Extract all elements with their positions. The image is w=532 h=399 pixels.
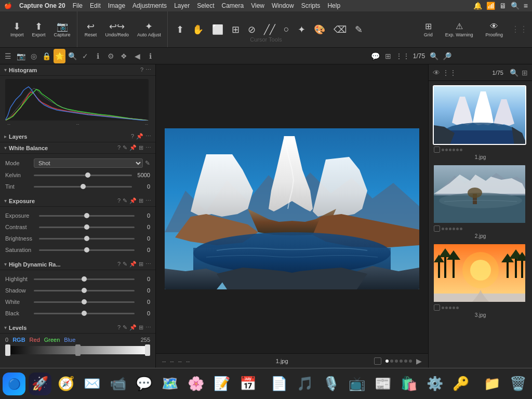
tab-metadata[interactable]: ℹ [92, 49, 104, 63]
bubble-button[interactable]: 💬 [369, 49, 381, 63]
levels-help[interactable]: ? [117, 324, 121, 331]
select-cursor-button[interactable]: ⬆ [173, 22, 187, 37]
menu-select[interactable]: Select [197, 2, 214, 9]
image-viewer[interactable] [156, 64, 428, 353]
reset-button[interactable]: ↩ Reset [82, 20, 100, 39]
layers-pin[interactable]: 📌 [136, 133, 143, 140]
exposure-section-header[interactable]: ▾ Exposure ? ✎ 📌 ⊞ ⋯ [0, 195, 155, 207]
filmstrip-columns-button[interactable]: ⋮⋮ [442, 69, 457, 77]
contrast-slider[interactable] [39, 223, 135, 231]
levels-red[interactable]: Red [30, 337, 40, 343]
dock-news[interactable]: 📰 [371, 373, 394, 395]
saturation-slider[interactable] [39, 246, 135, 254]
hdr-edit[interactable]: ✎ [123, 261, 127, 268]
menu-window[interactable]: Window [272, 2, 294, 9]
dock-music[interactable]: 🎵 [294, 373, 316, 395]
filmstrip-toggle[interactable]: ⊞ [382, 49, 394, 63]
viewer-prev-button[interactable]: ◀ [132, 49, 144, 63]
zoom-100-button[interactable]: 🔎 [441, 49, 453, 63]
filmstrip-eye-button[interactable]: 👁 [433, 69, 440, 77]
levels-edit[interactable]: ✎ [123, 324, 127, 331]
tab-adjustments[interactable]: 🌟 [54, 49, 65, 63]
exposure-menu[interactable]: ⋯ [145, 197, 151, 204]
menu-file[interactable]: File [73, 2, 83, 9]
levels-right-handle[interactable] [145, 344, 150, 356]
tab-lock[interactable]: 🔒 [41, 49, 52, 63]
menu-help[interactable]: Help [327, 2, 340, 9]
tab-batch[interactable]: ⚙ [105, 49, 117, 63]
hdr-menu[interactable]: ⋯ [145, 261, 151, 268]
proofing-button[interactable]: 👁 Proofing [481, 20, 507, 39]
filmstrip-search-button[interactable]: 🔍 [510, 69, 518, 77]
tint-slider[interactable] [34, 182, 132, 191]
levels-pin[interactable]: 📌 [129, 324, 137, 331]
levels-mode[interactable]: RGB [12, 337, 25, 343]
exposure-copy[interactable]: ⊞ [139, 197, 143, 204]
pan-cursor-button[interactable]: ✋ [189, 22, 207, 37]
menu-app[interactable]: Capture One 20 [19, 2, 65, 9]
levels-mid-handle[interactable] [75, 344, 81, 356]
wb-eyedropper-icon[interactable]: ✎ [145, 159, 150, 167]
capture-button[interactable]: 📷 Capture [51, 20, 74, 39]
layers-menu[interactable]: ⋯ [145, 133, 151, 140]
zoom-fit-button[interactable]: 🔍 [428, 49, 440, 63]
dock-finder[interactable]: 🔵 [3, 373, 25, 395]
filmstrip-scroll[interactable]: ⋮⋮ [395, 49, 410, 63]
filmstrip-thumb-3[interactable] [433, 243, 526, 303]
wb-menu[interactable]: ⋯ [145, 144, 151, 151]
wb-edit[interactable]: ✎ [123, 144, 127, 151]
filmstrip-thumb-2[interactable] [433, 164, 526, 224]
layers-help[interactable]: ? [131, 133, 134, 140]
ruler-cursor-button[interactable]: ╱╱ [261, 22, 278, 37]
wb-help[interactable]: ? [117, 144, 121, 151]
caption-forward-button[interactable]: ▶ [416, 357, 422, 365]
undoredo-button[interactable]: ↩↪ Undo/Redo [102, 20, 132, 39]
filmstrip-checkbox-1[interactable] [434, 147, 440, 153]
dock-notes[interactable]: 📝 [210, 373, 233, 395]
hdr-copy[interactable]: ⊞ [139, 261, 143, 268]
color-cursor-button[interactable]: 🎨 [311, 22, 328, 37]
hdr-section-header[interactable]: ▾ High Dynamic Ra... ? ✎ 📌 ⊞ ⋯ [0, 259, 155, 270]
levels-blue[interactable]: Blue [64, 337, 75, 343]
tab-lens[interactable]: ◎ [28, 49, 40, 63]
menu-scripts[interactable]: Scripts [301, 2, 321, 9]
histogram-help[interactable]: ? [140, 66, 143, 73]
search-menu-icon[interactable]: 🔍 [511, 2, 520, 10]
notification-icon[interactable]: 🔔 [473, 2, 482, 10]
grid-view-button[interactable]: ⊞ Grid [420, 19, 437, 39]
levels-copy[interactable]: ⊞ [139, 324, 143, 331]
dock-files[interactable]: 📄 [268, 373, 290, 395]
apple-menu[interactable]: 🍎 [4, 2, 12, 9]
levels-section-header[interactable]: ▾ Levels ? ✎ 📌 ⊞ ⋯ [0, 322, 155, 334]
levels-menu[interactable]: ⋯ [145, 324, 151, 331]
menu-image[interactable]: Image [108, 2, 125, 9]
wb-pin[interactable]: 📌 [129, 144, 137, 151]
kelvin-slider[interactable] [34, 171, 132, 179]
wb-mode-select[interactable]: Shot Auto Daylight Cloudy Tungsten Custo… [34, 158, 143, 168]
dock-maps[interactable]: 🗺️ [158, 373, 181, 395]
tab-color[interactable]: 🔍 [66, 49, 78, 63]
hdr-pin[interactable]: 📌 [129, 261, 137, 268]
menu-camera[interactable]: Camera [222, 2, 244, 9]
caption-checkbox[interactable] [374, 357, 381, 365]
levels-left-handle[interactable] [5, 344, 10, 356]
control-icon[interactable]: ≡ [524, 2, 528, 10]
exposure-edit[interactable]: ✎ [123, 197, 127, 204]
circle-cursor-button[interactable]: ○ [281, 22, 292, 37]
exposure-pin[interactable]: 📌 [129, 197, 137, 204]
viewer-info-button[interactable]: ℹ [144, 49, 156, 63]
histogram-section-header[interactable]: ▾ Histogram ? ⋯ [0, 64, 155, 76]
menu-layer[interactable]: Layer [174, 2, 190, 9]
straighten-cursor-button[interactable]: ⊘ [245, 22, 259, 37]
filmstrip-checkbox-3[interactable] [434, 304, 440, 311]
dock-photos[interactable]: 🌸 [184, 373, 207, 395]
histogram-menu[interactable]: ⋯ [145, 66, 151, 73]
filmstrip-thumb-1[interactable] [433, 85, 526, 145]
tab-camera[interactable]: 📷 [15, 49, 27, 63]
dock-launchpad[interactable]: 🚀 [29, 373, 51, 395]
brightness-slider[interactable] [39, 234, 135, 243]
transform-cursor-button[interactable]: ⊞ [229, 22, 243, 37]
exposure-slider[interactable] [39, 211, 135, 220]
menu-edit[interactable]: Edit [90, 2, 101, 9]
dock-safari[interactable]: 🧭 [55, 373, 77, 395]
